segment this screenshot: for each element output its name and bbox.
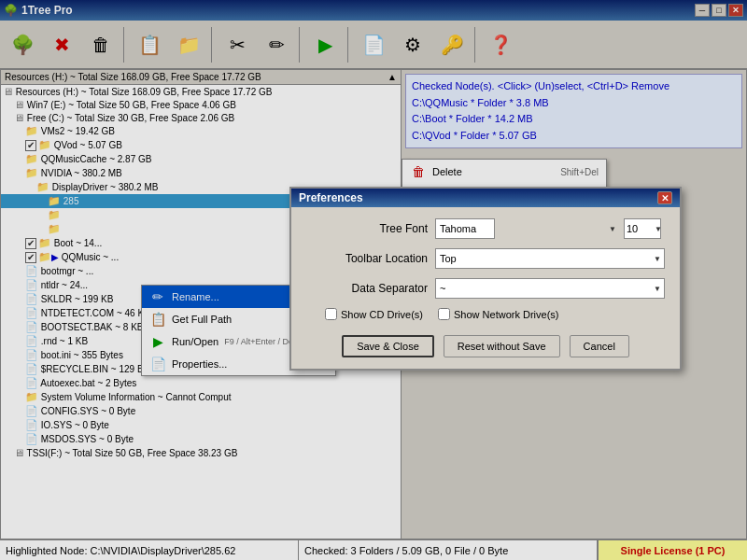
show-network-label: Show Network Drive(s) xyxy=(454,309,558,320)
tree-font-label: Tree Font xyxy=(306,222,428,235)
dialog-body: Tree Font Tahoma 10 Toolbar Location xyxy=(291,207,680,369)
toolbar-location-row: Toolbar Location Top xyxy=(306,248,665,269)
data-separator-row: Data Separator ~ xyxy=(306,278,665,299)
tree-font-select-wrapper: Tahoma xyxy=(435,218,620,239)
show-network-item: Show Network Drive(s) xyxy=(438,308,558,320)
toolbar-location-wrapper: Top xyxy=(435,248,665,269)
dialog-title-text: Preferences xyxy=(299,191,363,204)
dialog-buttons: Save & Close Reset without Save Cancel xyxy=(306,331,665,359)
checkboxes-row: Show CD Drive(s) Show Network Drive(s) xyxy=(306,308,665,320)
show-cd-label: Show CD Drive(s) xyxy=(341,309,423,320)
tree-font-select[interactable]: Tahoma xyxy=(435,218,495,239)
toolbar-location-select[interactable]: Top xyxy=(435,248,665,269)
font-size-wrapper: 10 xyxy=(624,218,665,239)
data-separator-label: Data Separator xyxy=(306,282,428,295)
show-cd-item: Show CD Drive(s) xyxy=(325,308,423,320)
toolbar-location-label: Toolbar Location xyxy=(306,252,428,265)
tree-font-controls: Tahoma 10 xyxy=(435,218,665,239)
dialog-close-button[interactable]: ✕ xyxy=(657,191,672,204)
data-separator-select[interactable]: ~ xyxy=(435,278,665,299)
font-size-select[interactable]: 10 xyxy=(624,218,661,239)
save-close-button[interactable]: Save & Close xyxy=(342,335,434,357)
reset-button[interactable]: Reset without Save xyxy=(444,335,560,357)
show-network-checkbox[interactable] xyxy=(438,308,450,320)
data-separator-wrapper: ~ xyxy=(435,278,665,299)
dialog-overlay: Preferences ✕ Tree Font Tahoma 10 xyxy=(0,0,747,560)
cancel-button[interactable]: Cancel xyxy=(570,335,629,357)
dialog-title-bar: Preferences ✕ xyxy=(291,189,680,207)
tree-font-row: Tree Font Tahoma 10 xyxy=(306,218,665,239)
show-cd-checkbox[interactable] xyxy=(325,308,337,320)
preferences-dialog: Preferences ✕ Tree Font Tahoma 10 xyxy=(289,187,682,371)
